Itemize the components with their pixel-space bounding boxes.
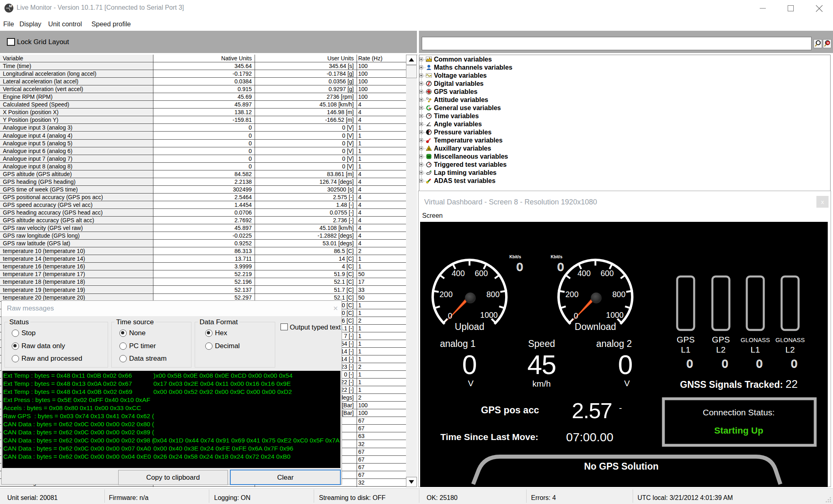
svg-text:M: M [9,4,12,8]
svg-text:A: A [427,147,430,151]
svg-text:M: M [427,154,430,159]
